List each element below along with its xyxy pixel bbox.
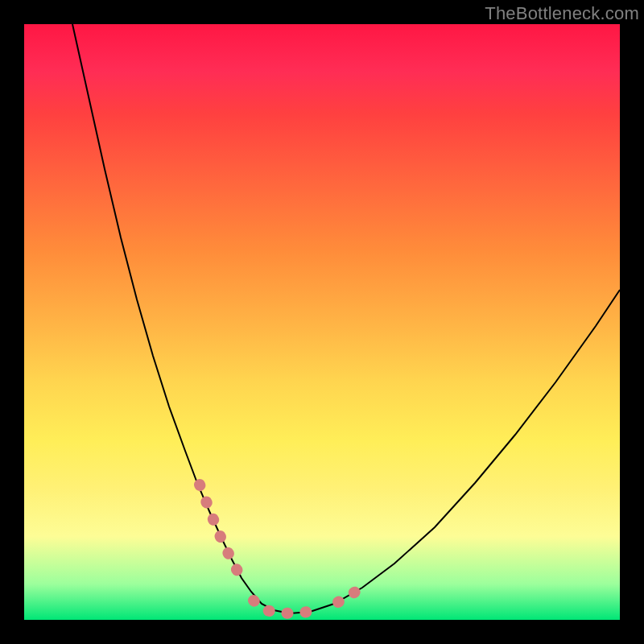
chart-outer: TheBottleneck.com bbox=[0, 0, 644, 644]
series-highlight-segment-bottom bbox=[254, 601, 314, 613]
series-highlight-segment-left bbox=[200, 485, 245, 584]
curve-svg bbox=[24, 24, 620, 620]
watermark-text: TheBottleneck.com bbox=[485, 3, 639, 24]
series-bottleneck-curve bbox=[72, 24, 620, 613]
series-highlight-segment-right bbox=[338, 588, 362, 602]
plot-area bbox=[24, 24, 620, 620]
